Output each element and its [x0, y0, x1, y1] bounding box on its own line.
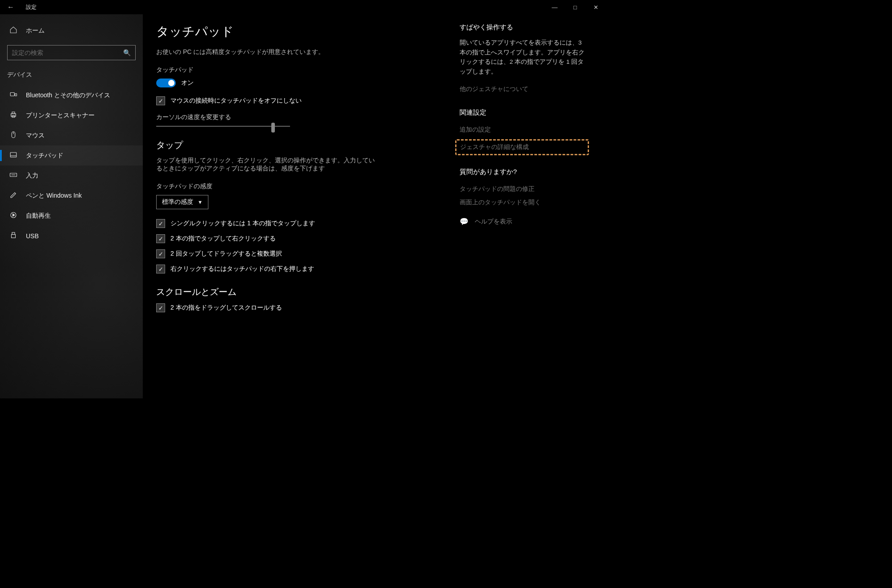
- sidebar-item-bluetooth[interactable]: Bluetooth とその他のデバイス: [0, 85, 143, 105]
- tap-heading: タップ: [156, 139, 442, 151]
- sidebar-item-label: プリンターとスキャナー: [26, 112, 95, 120]
- scroll-two-finger-checkbox[interactable]: ✓: [156, 303, 165, 312]
- pen-icon: [9, 191, 18, 200]
- tap-option-label: 2 本の指でタップして右クリックする: [170, 235, 276, 243]
- highlighted-link-box: ジェスチャの詳細な構成: [455, 139, 589, 155]
- additional-settings-link[interactable]: 追加の設定: [460, 123, 585, 137]
- titlebar: ← 設定 ― □ ✕: [0, 0, 606, 14]
- sensitivity-label: タッチパッドの感度: [156, 182, 442, 190]
- page-title: タッチパッド: [156, 23, 442, 40]
- close-button[interactable]: ✕: [585, 0, 606, 14]
- home-link[interactable]: ホーム: [0, 21, 143, 40]
- svg-rect-3: [12, 112, 15, 114]
- tap-two-finger-checkbox[interactable]: ✓: [156, 234, 165, 243]
- sidebar-section-label: デバイス: [0, 69, 143, 85]
- sidebar-item-label: USB: [26, 232, 39, 240]
- autoplay-icon: [9, 211, 18, 220]
- window-title: 設定: [21, 4, 37, 11]
- cursor-speed-slider[interactable]: [156, 126, 290, 127]
- gesture-config-link[interactable]: ジェスチャの詳細な構成: [460, 143, 584, 151]
- right-column: すばやく操作する 開いているアプリすべてを表示するには、3 本の指で上へスワイプ…: [460, 23, 585, 389]
- chevron-down-icon: ▼: [198, 199, 203, 205]
- mouse-connected-checkbox[interactable]: ✓: [156, 96, 165, 105]
- touchpad-toggle-label: タッチパッド: [156, 66, 442, 74]
- sidebar: ホーム 🔍 デバイス Bluetooth とその他のデバイス プリンターとスキャ…: [0, 14, 143, 398]
- sidebar-item-label: 自動再生: [26, 212, 51, 220]
- fix-touchpad-link[interactable]: タッチパッドの問題の修正: [460, 182, 585, 196]
- tap-double-drag-checkbox[interactable]: ✓: [156, 249, 165, 258]
- devices-icon: [9, 91, 18, 100]
- mouse-icon: [9, 131, 18, 140]
- sensitivity-select[interactable]: 標準の感度 ▼: [156, 195, 208, 209]
- home-label: ホーム: [26, 27, 45, 35]
- minimize-button[interactable]: ―: [544, 0, 565, 14]
- svg-rect-2: [11, 114, 16, 116]
- sidebar-item-label: タッチパッド: [26, 152, 63, 160]
- quick-paragraph: 開いているアプリすべてを表示するには、3 本の指で上へスワイプします。アプリを右…: [460, 38, 585, 76]
- question-heading: 質問がありますか?: [460, 168, 585, 176]
- usb-icon: [9, 231, 18, 240]
- tap-option-label: 右クリックするにはタッチパッドの右下を押します: [170, 265, 314, 273]
- help-label: ヘルプを表示: [475, 218, 512, 226]
- svg-rect-1: [15, 94, 17, 96]
- scroll-option-label: 2 本の指をドラッグしてスクロールする: [170, 304, 282, 312]
- tap-option-label: シングルクリックするには 1 本の指でタップします: [170, 219, 315, 228]
- keyboard-icon: [9, 171, 18, 180]
- svg-rect-7: [10, 153, 17, 157]
- toggle-state-label: オン: [181, 79, 194, 87]
- sidebar-item-label: ペンと Windows Ink: [26, 192, 82, 200]
- sidebar-item-usb[interactable]: USB: [0, 226, 143, 246]
- svg-rect-12: [12, 232, 15, 235]
- intro-text: お使いの PC には高精度タッチパッドが用意されています。: [156, 48, 442, 56]
- sidebar-item-printers[interactable]: プリンターとスキャナー: [0, 105, 143, 125]
- sidebar-item-touchpad[interactable]: タッチパッド: [0, 145, 143, 166]
- help-link[interactable]: 💬 ヘルプを表示: [460, 217, 585, 226]
- back-button[interactable]: ←: [0, 3, 21, 11]
- related-heading: 関連設定: [460, 108, 585, 117]
- slider-thumb[interactable]: [271, 123, 275, 133]
- open-touchpad-link[interactable]: 画面上のタッチパッドを開く: [460, 196, 585, 209]
- touchpad-toggle[interactable]: [156, 79, 176, 87]
- tap-description: タップを使用してクリック、右クリック、選択の操作ができます。入力しているときにタ…: [156, 157, 379, 173]
- help-icon: 💬: [460, 217, 469, 226]
- cursor-speed-label: カーソルの速度を変更する: [156, 113, 442, 121]
- sidebar-item-label: 入力: [26, 172, 38, 180]
- svg-rect-13: [12, 235, 16, 238]
- tap-option-label: 2 回タップしてドラッグすると複数選択: [170, 250, 282, 258]
- quick-heading: すばやく操作する: [460, 23, 585, 32]
- home-icon: [9, 26, 18, 35]
- sidebar-item-autoplay[interactable]: 自動再生: [0, 206, 143, 226]
- search-input[interactable]: [12, 49, 123, 56]
- tap-single-checkbox[interactable]: ✓: [156, 219, 165, 228]
- mouse-connected-label: マウスの接続時にタッチパッドをオフにしない: [170, 97, 302, 105]
- tap-right-corner-checkbox[interactable]: ✓: [156, 265, 165, 273]
- maximize-button[interactable]: □: [565, 0, 585, 14]
- sidebar-item-typing[interactable]: 入力: [0, 166, 143, 186]
- sensitivity-value: 標準の感度: [162, 198, 193, 206]
- sidebar-item-mouse[interactable]: マウス: [0, 125, 143, 145]
- svg-rect-0: [10, 93, 14, 96]
- sidebar-item-label: マウス: [26, 132, 45, 140]
- touchpad-icon: [9, 151, 18, 160]
- printer-icon: [9, 111, 18, 120]
- main-content: タッチパッド お使いの PC には高精度タッチパッドが用意されています。 タッチ…: [156, 23, 442, 389]
- search-box[interactable]: 🔍: [7, 45, 136, 60]
- sidebar-item-label: Bluetooth とその他のデバイス: [26, 91, 110, 99]
- search-icon: 🔍: [123, 49, 131, 56]
- scroll-heading: スクロールとズーム: [156, 286, 442, 298]
- other-gestures-link[interactable]: 他のジェスチャについて: [460, 83, 585, 96]
- sidebar-item-pen[interactable]: ペンと Windows Ink: [0, 186, 143, 206]
